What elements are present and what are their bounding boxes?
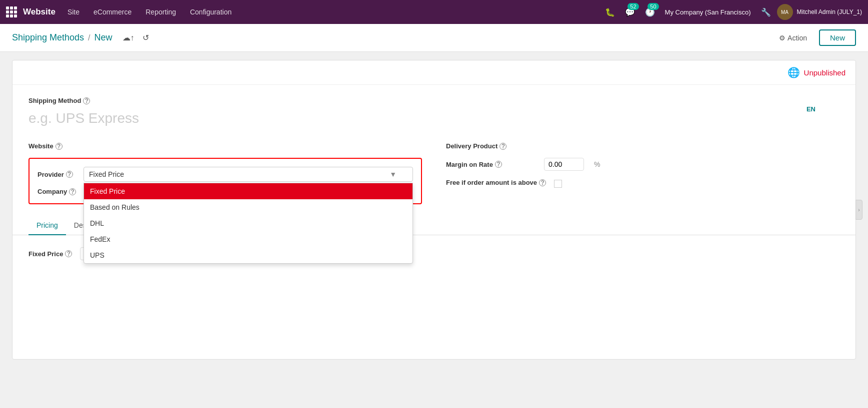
shipping-method-help[interactable]: ?: [83, 97, 90, 104]
provider-help[interactable]: ?: [66, 171, 73, 178]
website-help[interactable]: ?: [56, 143, 62, 150]
activity-icon[interactable]: 🕐 50: [641, 0, 659, 24]
delivery-product-row: Delivery Product ?: [446, 142, 840, 150]
provider-box: Provider ? Fixed Price ▼ Fixed P: [28, 158, 422, 204]
breadcrumb-parent[interactable]: Shipping Methods: [12, 32, 84, 43]
nav-configuration[interactable]: Configuration: [184, 0, 238, 24]
provider-dropdown: Fixed Price Based on Rules DHL FedEx UPS: [84, 183, 413, 264]
messages-badge: 52: [628, 3, 638, 10]
delivery-product-label: Delivery Product ?: [446, 142, 536, 150]
discard-icon[interactable]: ↺: [140, 31, 151, 44]
percent-symbol: %: [594, 160, 600, 168]
provider-select[interactable]: Fixed Price ▼: [84, 167, 413, 182]
brand-name: Website: [23, 7, 56, 17]
company-label: Company ?: [38, 188, 78, 195]
activity-badge: 50: [648, 3, 658, 10]
settings-icon[interactable]: 🔧: [757, 0, 775, 24]
main-content: 🌐 Unpublished Shipping Method ? e.g. UPS…: [0, 52, 868, 368]
dropdown-option-based-on-rules[interactable]: Based on Rules: [84, 199, 412, 215]
form-right-col: Delivery Product ? Margin on Rate ? %: [446, 142, 840, 196]
nav-ecommerce[interactable]: eCommerce: [88, 0, 138, 24]
dropdown-option-ups[interactable]: UPS: [84, 247, 412, 263]
company-help[interactable]: ?: [69, 188, 76, 195]
company-name: My Company (San Francisco): [665, 8, 751, 16]
globe-icon: 🌐: [788, 66, 800, 78]
publish-status: Unpublished: [804, 68, 846, 77]
user-name: Mitchell Admin (JULY_1): [797, 8, 862, 15]
form-main-row: Website ? Provider ?: [28, 142, 840, 204]
margin-on-rate-row: Margin on Rate ? %: [446, 158, 840, 171]
fixed-price-label: Fixed Price ?: [28, 250, 72, 258]
website-label: Website ?: [28, 142, 422, 150]
user-avatar[interactable]: MA: [777, 4, 793, 20]
publish-bar: 🌐 Unpublished: [12, 60, 856, 85]
provider-selected-value: Fixed Price: [89, 170, 124, 178]
provider-label: Provider ?: [38, 171, 78, 178]
dropdown-option-dhl[interactable]: DHL: [84, 215, 412, 231]
margin-on-rate-input[interactable]: [544, 158, 584, 171]
new-button[interactable]: New: [819, 29, 856, 46]
shipping-method-input[interactable]: e.g. UPS Express: [28, 106, 840, 130]
website-field: Website ?: [28, 142, 422, 150]
apps-menu-button[interactable]: [6, 6, 17, 17]
upload-icon[interactable]: ☁↑: [120, 31, 136, 44]
sidebar-toggle[interactable]: ›: [856, 200, 862, 220]
free-if-row: Free if order amount is above ?: [446, 179, 840, 188]
debug-icon[interactable]: 🐛: [601, 0, 619, 24]
provider-select-wrapper: Fixed Price ▼ Fixed Price Based on Rules…: [84, 167, 413, 182]
breadcrumb-current: New: [94, 32, 112, 43]
form-body: Shipping Method ? e.g. UPS Express EN We…: [12, 85, 856, 216]
dropdown-option-fixed-price[interactable]: Fixed Price: [84, 183, 412, 199]
top-navigation: Website Site eCommerce Reporting Configu…: [0, 0, 868, 24]
free-if-checkbox[interactable]: [554, 180, 562, 188]
breadcrumb-bar: Shipping Methods / New ☁↑ ↺ ⚙ Action New: [0, 24, 868, 52]
language-badge: EN: [806, 105, 816, 113]
tab-pricing[interactable]: Pricing: [28, 216, 66, 235]
select-arrow-icon: ▼: [390, 170, 396, 178]
delivery-product-help[interactable]: ?: [500, 143, 506, 150]
provider-row: Provider ? Fixed Price ▼ Fixed P: [38, 167, 413, 182]
shipping-method-label: Shipping Method ?: [28, 97, 840, 104]
shipping-method-field: Shipping Method ? e.g. UPS Express: [28, 97, 840, 130]
messages-icon[interactable]: 💬 52: [621, 0, 639, 24]
free-if-label: Free if order amount is above ?: [446, 179, 546, 186]
free-if-help[interactable]: ?: [539, 179, 546, 186]
form-card: 🌐 Unpublished Shipping Method ? e.g. UPS…: [12, 60, 856, 360]
nav-site[interactable]: Site: [62, 0, 86, 24]
unpublished-button[interactable]: 🌐 Unpublished: [788, 66, 846, 78]
fixed-price-help[interactable]: ?: [65, 250, 72, 257]
breadcrumb-separator: /: [88, 33, 90, 42]
margin-on-rate-help[interactable]: ?: [495, 161, 502, 168]
nav-reporting[interactable]: Reporting: [140, 0, 182, 24]
form-left-col: Website ? Provider ?: [28, 142, 422, 204]
dropdown-option-fedex[interactable]: FedEx: [84, 231, 412, 247]
margin-on-rate-label: Margin on Rate ?: [446, 161, 536, 168]
action-button[interactable]: ⚙ Action: [773, 31, 813, 45]
